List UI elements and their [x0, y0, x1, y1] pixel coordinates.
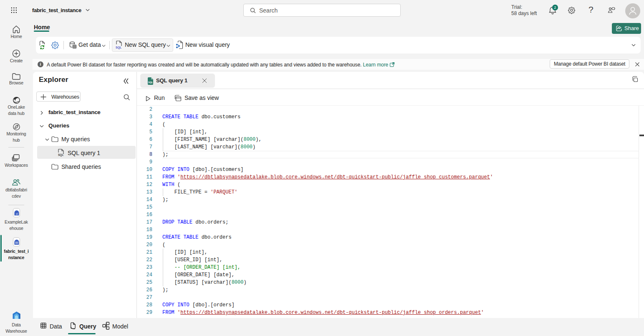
svg-text:SQL: SQL [58, 153, 63, 157]
svg-text:SQL: SQL [148, 81, 153, 84]
svg-text:SQL: SQL [116, 46, 122, 49]
